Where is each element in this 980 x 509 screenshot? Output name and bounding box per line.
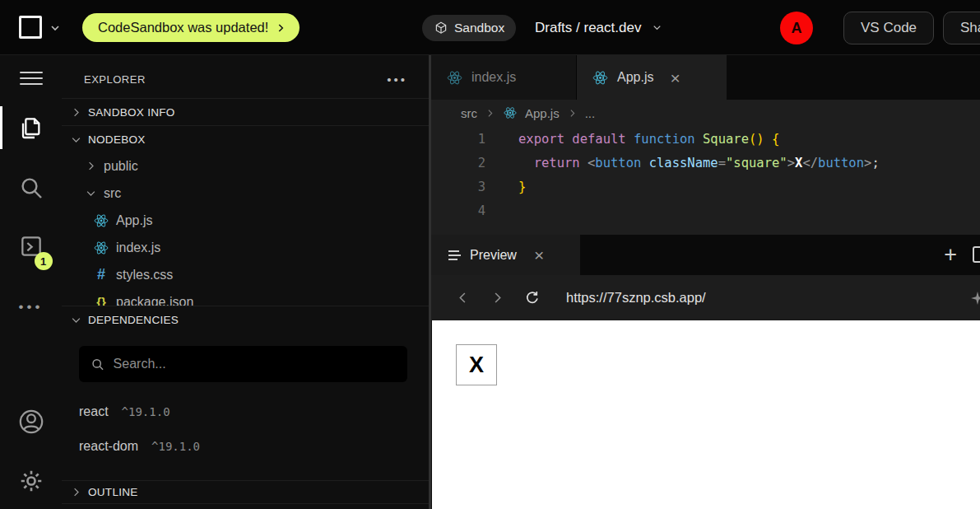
code-line[interactable]: 2 return <button className="square">X</b…: [431, 152, 980, 175]
code-text: }: [485, 175, 526, 199]
close-tab-icon[interactable]: ×: [670, 69, 680, 86]
clipped-row: {} package.json: [62, 288, 429, 306]
code-text: return <button className="square">X</but…: [485, 152, 880, 175]
folder-src[interactable]: src: [62, 180, 429, 207]
vscode-button[interactable]: VS Code: [843, 12, 934, 44]
copy-pages-icon: [18, 114, 44, 141]
codesandbox-window: CodeSandbox was updated! Sandbox Drafts …: [0, 0, 980, 509]
react-icon: [503, 105, 518, 120]
folder-public[interactable]: public: [62, 152, 429, 180]
file-package-json[interactable]: {} package.json: [62, 288, 429, 306]
file-index-js[interactable]: index.js: [62, 234, 429, 261]
activity-bar: 1 •••: [0, 55, 62, 509]
refresh-icon[interactable]: [520, 287, 543, 310]
preview-iframe: X: [431, 320, 980, 509]
chevron-right-icon: [85, 160, 97, 172]
cube-icon: [434, 21, 448, 35]
project-breadcrumb-label: Drafts / react.dev: [535, 20, 641, 36]
dependency-search: [79, 346, 407, 382]
breadcrumb-file[interactable]: App.js: [525, 106, 560, 120]
code-text: export default function Square() {: [485, 128, 779, 152]
line-number: 4: [431, 199, 485, 223]
chevron-right-icon: [567, 108, 578, 119]
chevron-down-icon: [85, 187, 97, 199]
preview-url-bar: https://77sznp.csb.app/: [431, 275, 980, 320]
line-number: 2: [431, 152, 485, 175]
breadcrumb-symbol[interactable]: ...: [585, 106, 596, 120]
back-icon[interactable]: [451, 287, 474, 310]
css-icon: #: [93, 266, 109, 283]
menu-icon[interactable]: [0, 58, 62, 98]
chevron-down-icon[interactable]: [49, 21, 62, 35]
file-app-js[interactable]: App.js: [62, 207, 429, 234]
react-icon: [592, 69, 609, 86]
project-breadcrumb[interactable]: Drafts / react.dev: [535, 0, 663, 55]
update-banner-button[interactable]: CodeSandbox was updated!: [82, 13, 300, 42]
code-line[interactable]: 3}: [431, 175, 980, 199]
chevron-right-icon: [70, 486, 82, 498]
chevron-down-icon: [70, 133, 82, 146]
share-button[interactable]: Sha: [943, 12, 980, 44]
tab-app-js[interactable]: App.js ×: [577, 55, 727, 100]
dependency-react-dom[interactable]: react-dom ^19.1.0: [62, 432, 429, 460]
search-icon[interactable]: [0, 168, 62, 208]
react-icon: [93, 212, 109, 229]
update-banner-label: CodeSandbox was updated!: [98, 20, 268, 35]
json-icon: {}: [93, 295, 109, 306]
forward-icon[interactable]: [485, 287, 509, 310]
sandbox-badge-label: Sandbox: [454, 21, 504, 35]
chevron-down-icon: [651, 21, 663, 34]
main-area: 1 ••• EXPLORER •••: [0, 55, 980, 509]
avatar[interactable]: A: [780, 12, 813, 44]
section-sandbox-info[interactable]: SANDBOX INFO: [62, 98, 429, 125]
more-icon[interactable]: •••: [0, 287, 62, 327]
files-icon[interactable]: [0, 108, 62, 147]
square-button[interactable]: X: [456, 344, 497, 385]
section-nodebox[interactable]: NODEBOX: [62, 125, 429, 152]
url-input[interactable]: https://77sznp.csb.app/: [566, 290, 706, 306]
editor-preview-pane: index.js App.js × src App.js ... 1export…: [429, 55, 980, 509]
search-icon: [91, 357, 105, 372]
top-bar: CodeSandbox was updated! Sandbox Drafts …: [0, 0, 980, 55]
line-number: 1: [431, 128, 485, 152]
explorer-panel: EXPLORER ••• SANDBOX INFO NODEBOX public…: [62, 55, 429, 509]
code-text: [485, 199, 518, 223]
dependency-search-input[interactable]: [114, 357, 396, 371]
settings-gear-icon[interactable]: [0, 461, 62, 501]
line-number: 3: [431, 175, 485, 199]
code-lines: 1export default function Square() {2 ret…: [431, 128, 980, 223]
preview-list-icon: [448, 248, 461, 263]
chevron-right-icon: [275, 22, 286, 34]
close-preview-icon[interactable]: ×: [534, 246, 544, 264]
new-tab-icon[interactable]: +: [944, 235, 957, 275]
section-outline[interactable]: OUTLINE: [62, 480, 429, 504]
react-icon: [93, 240, 109, 256]
chevron-right-icon: [485, 108, 495, 119]
breadcrumb-src[interactable]: src: [461, 106, 477, 120]
code-line[interactable]: 1export default function Square() {: [431, 128, 980, 152]
file-styles-css[interactable]: # styles.css: [62, 261, 429, 288]
editor-tab-strip: index.js App.js ×: [431, 55, 980, 100]
tab-preview[interactable]: Preview ×: [431, 235, 580, 275]
terminal-icon[interactable]: 1: [0, 228, 62, 268]
code-line[interactable]: 4: [431, 199, 980, 223]
sparkle-icon[interactable]: [969, 290, 980, 306]
popout-icon[interactable]: [973, 246, 980, 263]
codesandbox-logo[interactable]: [19, 16, 42, 39]
section-dependencies[interactable]: DEPENDENCIES: [62, 306, 429, 333]
editor-breadcrumb: src App.js ...: [431, 100, 980, 126]
sandbox-type-badge[interactable]: Sandbox: [422, 15, 516, 41]
terminal-badge: 1: [35, 252, 53, 270]
preview-tab-strip: Preview × +: [431, 235, 980, 275]
tab-index-js[interactable]: index.js: [431, 55, 577, 100]
account-icon[interactable]: [0, 402, 62, 441]
dependency-react[interactable]: react ^19.1.0: [62, 398, 429, 426]
explorer-title: EXPLORER: [84, 73, 146, 86]
react-icon: [446, 69, 463, 86]
chevron-down-icon: [70, 314, 82, 326]
chevron-right-icon: [70, 106, 82, 119]
code-editor[interactable]: 1export default function Square() {2 ret…: [431, 126, 980, 235]
explorer-more-icon[interactable]: •••: [387, 72, 407, 86]
